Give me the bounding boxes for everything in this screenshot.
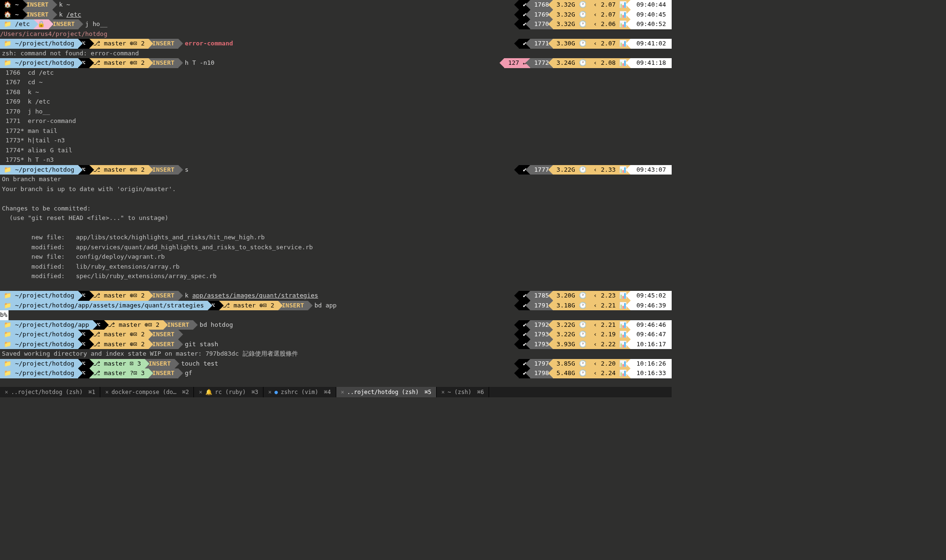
close-icon[interactable]: × [5, 389, 8, 395]
tab-label: zshrc (vim) [281, 389, 318, 395]
tab-shortcut: ⌘5 [424, 389, 431, 395]
prompt-line: 📁 ~/project/hotdog ⌥ ⎇ master ⊡ 3 INSERT… [0, 359, 672, 369]
prompt-line: 📁 ~/project/hotdog/app/assets/images/qua… [0, 301, 672, 311]
dot-icon: ● [274, 389, 278, 395]
command-text: error-command [178, 39, 233, 49]
status-line: new file: config/deploy/vagrant.rb [0, 252, 672, 262]
tab[interactable]: ×●zshrc (vim)⌘4 [263, 387, 336, 397]
tab[interactable]: ×..roject/hotdog (zsh)⌘5 [336, 387, 437, 397]
close-icon[interactable]: × [199, 389, 202, 395]
history-line: 1774* alias G tail [0, 146, 672, 156]
folder-icon: 📁 /etc [0, 19, 34, 29]
prompt-line: 📁 ~/project/hotdog ⌥ ⎇ master ⊕⊡ 2 INSER… [0, 340, 672, 350]
prompt-line: 🏠 ~ INSERT k /etc ✔ 1769 3.32G 🕐 ‹ 2.07 … [0, 10, 672, 20]
close-icon[interactable]: × [105, 389, 108, 395]
tab-label: docker-compose (do… [112, 389, 176, 395]
history-line: 1771 error-command [0, 116, 672, 126]
tab-label: ..roject/hotdog (zsh) [347, 389, 419, 395]
tab-shortcut: ⌘3 [252, 389, 258, 395]
status-line: modified: lib/ruby_extensions/array.rb [0, 262, 672, 272]
status-line [0, 281, 672, 291]
status-line [0, 223, 672, 233]
home-icon: 🏠 ~ [0, 0, 23, 10]
tab[interactable]: ×..roject/hotdog (zsh)⌘1 [0, 387, 100, 397]
time-badge: 09:40:44 [631, 0, 672, 10]
tab-shortcut: ⌘4 [324, 389, 331, 395]
status-line: Changes to be committed: [0, 204, 672, 214]
history-line: 1775* h T -n3 [0, 155, 672, 165]
branch-clean-badge: ⎇ master ⊡ 3 [89, 359, 145, 369]
status-line: (use "git reset HEAD <file>..." to unsta… [0, 213, 672, 223]
tab-shortcut: ⌘6 [477, 389, 484, 395]
status-line [0, 194, 672, 204]
terminal-output[interactable]: 🏠 ~ INSERT k ~ ✔ 1768 3.32G 🕐 ‹ 2.07 📊 0… [0, 0, 672, 378]
status-line: modified: app/services/quant/add_highlig… [0, 243, 672, 253]
output-line: zsh: command not found: error-command [0, 49, 672, 59]
prompt-line: 🏠 ~ INSERT k ~ ✔ 1768 3.32G 🕐 ‹ 2.07 📊 0… [0, 0, 672, 10]
history-line: 1768 k ~ [0, 88, 672, 97]
output-line: b% [0, 310, 9, 320]
history-line: 1769 k /etc [0, 97, 672, 107]
status-line: Your branch is up to date with 'origin/m… [0, 184, 672, 194]
prompt-line: 📁 ~/project/hotdog/app ⌥ ⎇ master ⊕⊡ 2 I… [0, 320, 672, 330]
tab[interactable]: ×🔔rc (ruby)⌘3 [194, 387, 263, 397]
output-line: Saved working directory and index state … [0, 349, 672, 359]
history-line: 1767 cd ~ [0, 78, 672, 88]
tab-label: ~ (zsh) [447, 389, 472, 395]
output-line: /Users/icarus4/project/hotdog [0, 29, 672, 39]
status-line: On branch master [0, 175, 672, 184]
tab-label: rc (ruby) [215, 389, 246, 395]
tab[interactable]: ×~ (zsh)⌘6 [437, 387, 489, 397]
prompt-line: 📁 ~/project/hotdog ⌥ ⎇ master ⊕⊡ 2 INSER… [0, 165, 672, 175]
prompt-line: 📁 /etc 🔒 INSERT j ho__ ✔ 1770 3.32G 🕐 ‹ … [0, 19, 672, 29]
tab-shortcut: ⌘2 [182, 389, 189, 395]
tab[interactable]: ×docker-compose (do…⌘2 [100, 387, 194, 397]
tab-bar: ×..roject/hotdog (zsh)⌘1×docker-compose … [0, 387, 672, 397]
history-line: 1773* h|tail -n3 [0, 136, 672, 146]
prompt-line: 📁 ~/project/hotdog ⌥ ⎇ master ⊕⊡ 2 INSER… [0, 291, 672, 301]
prompt-line: 📁 ~/project/hotdog ⌥ ⎇ master ⊕⊡ 2 INSER… [0, 330, 672, 340]
cpu-badge: ‹ 2.07 📊 [590, 0, 631, 10]
history-line: 1772* man tail [0, 126, 672, 136]
status-line: new file: app/libs/stock/highlights_and_… [0, 233, 672, 243]
status-line: modified: spec/lib/ruby_extensions/array… [0, 271, 672, 281]
history-line: 1766 cd /etc [0, 68, 672, 78]
close-icon[interactable]: × [441, 389, 445, 395]
prompt-line: 📁 ~/project/hotdog ⌥ ⎇ master ?⊡ 3 INSER… [0, 368, 672, 378]
prompt-line: 📁 ~/project/hotdog ⌥ ⎇ master ⊕⊡ 2 INSER… [0, 58, 672, 68]
bell-icon: 🔔 [205, 389, 212, 395]
prompt-line: 📁 ~/project/hotdog ⌥ ⎇ master ⊕⊡ 2 INSER… [0, 39, 672, 49]
tab-label: ..roject/hotdog (zsh) [11, 389, 83, 395]
tab-shortcut: ⌘1 [88, 389, 95, 395]
close-icon[interactable]: × [341, 389, 344, 395]
close-icon[interactable]: × [268, 389, 272, 395]
history-line: 1770 j ho__ [0, 107, 672, 117]
branch-badge: ⎇ master ⊕⊡ 2 [89, 39, 149, 49]
